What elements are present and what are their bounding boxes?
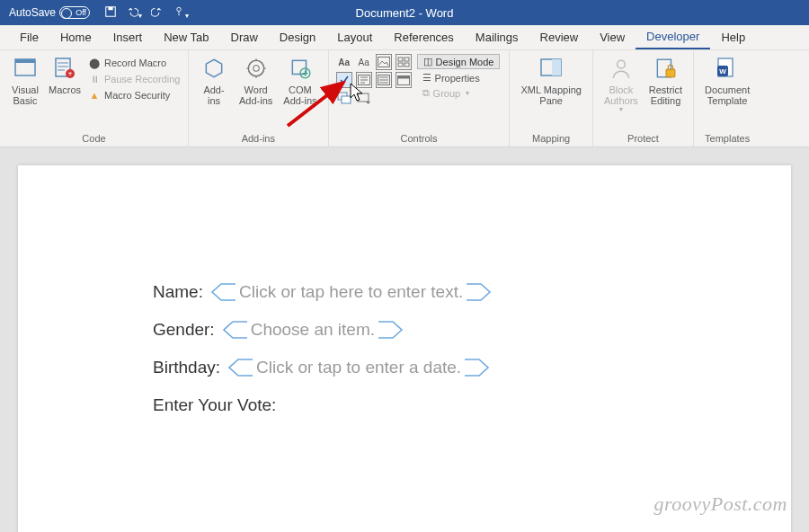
tab-help[interactable]: Help	[710, 26, 756, 49]
group-templates-label: Templates	[699, 131, 755, 146]
bracket-open-icon	[220, 320, 251, 340]
rich-text-control-icon[interactable]: Aa	[336, 54, 352, 70]
vote-label: Enter Your Vote:	[153, 395, 276, 415]
save-icon[interactable]	[104, 5, 117, 21]
repeating-section-control-icon[interactable]	[336, 90, 352, 106]
combo-box-control-icon[interactable]	[356, 72, 372, 88]
com-addins-button[interactable]: COM Add-ins	[278, 52, 322, 108]
svg-point-8	[253, 66, 259, 72]
block-authors-icon	[607, 54, 636, 83]
svg-rect-19	[397, 76, 409, 79]
word-addins-button[interactable]: Word Add-ins	[234, 52, 278, 108]
svg-rect-14	[398, 63, 403, 66]
document-template-icon: W	[713, 54, 742, 83]
tab-newtab[interactable]: New Tab	[153, 26, 219, 49]
tab-design[interactable]: Design	[269, 26, 326, 49]
group-mapping: XML Mapping Pane Mapping	[510, 50, 592, 146]
field-name: Name: Click or tap here to enter text.	[153, 282, 656, 302]
xml-mapping-button[interactable]: XML Mapping Pane	[515, 52, 586, 108]
warning-icon: ▲	[88, 89, 101, 102]
gender-content-control[interactable]: Choose an item.	[220, 320, 405, 340]
touch-mode-icon[interactable]: ▾	[173, 5, 189, 21]
svg-point-2	[177, 7, 181, 11]
svg-rect-24	[552, 59, 561, 75]
macros-icon	[50, 54, 79, 83]
properties-icon: ☰	[422, 72, 431, 84]
record-icon: ⬤	[88, 57, 101, 69]
bracket-open-icon	[209, 282, 239, 302]
birthday-label: Birthday:	[153, 358, 220, 377]
autosave-switch[interactable]: Off	[59, 6, 90, 19]
group-templates: W Document Template Templates	[694, 50, 760, 146]
tab-mailings[interactable]: Mailings	[465, 26, 529, 49]
plain-text-control-icon[interactable]: Aa	[356, 54, 372, 70]
group-controls-label: Controls	[334, 131, 504, 146]
svg-rect-1	[108, 6, 112, 10]
properties-button[interactable]: ☰Properties	[417, 71, 501, 84]
addins-button[interactable]: Add- ins	[194, 52, 234, 108]
legacy-tools-icon[interactable]	[356, 90, 372, 106]
restrict-editing-icon	[651, 54, 680, 83]
field-vote: Enter Your Vote:	[153, 395, 656, 415]
block-authors-button: Block Authors▾	[599, 52, 644, 116]
document-area: Name: Click or tap here to enter text. G…	[0, 147, 809, 532]
record-macro-button[interactable]: ⬤Record Macro	[84, 56, 183, 70]
restrict-editing-button[interactable]: Restrict Editing	[644, 52, 688, 108]
tab-review[interactable]: Review	[529, 26, 590, 49]
com-addins-icon	[286, 54, 315, 83]
date-picker-control-icon[interactable]	[396, 72, 412, 88]
group-controls: Aa Aa ◫Design Mode ☰Propert	[329, 50, 511, 146]
name-content-control[interactable]: Click or tap here to enter text.	[209, 282, 493, 302]
document-page[interactable]: Name: Click or tap here to enter text. G…	[18, 165, 791, 532]
tab-developer[interactable]: Developer	[636, 25, 710, 49]
svg-point-25	[618, 60, 626, 68]
tab-insert[interactable]: Insert	[102, 26, 154, 49]
name-placeholder: Click or tap here to enter text.	[239, 282, 463, 302]
svg-rect-12	[398, 58, 403, 61]
document-template-button[interactable]: W Document Template	[699, 52, 755, 108]
gender-label: Gender:	[153, 320, 215, 340]
visual-basic-button[interactable]: Visual Basic	[5, 52, 45, 108]
svg-rect-9	[292, 60, 306, 74]
building-block-control-icon[interactable]	[396, 54, 412, 70]
document-title: Document2 - Word	[356, 6, 454, 20]
birthday-placeholder: Click or tap to enter a date.	[256, 358, 461, 377]
tab-file[interactable]: File	[9, 26, 49, 49]
dropdown-list-control-icon[interactable]	[376, 72, 392, 88]
bracket-close-icon	[463, 282, 493, 302]
svg-text:W: W	[719, 67, 726, 75]
checkbox-control-icon[interactable]	[336, 72, 352, 88]
quick-access-toolbar: ▾ ▾	[104, 5, 189, 21]
tab-references[interactable]: References	[383, 26, 464, 49]
autosave-label: AutoSave	[9, 6, 56, 19]
birthday-content-control[interactable]: Click or tap to enter a date.	[226, 358, 492, 377]
gender-placeholder: Choose an item.	[251, 320, 375, 340]
watermark: groovyPost.com	[653, 492, 787, 516]
design-mode-button[interactable]: ◫Design Mode	[417, 54, 501, 69]
autosave-toggle[interactable]: AutoSave Off	[5, 6, 93, 19]
svg-rect-27	[667, 69, 676, 77]
ribbon: Visual Basic Macros ⬤Record Macro ⏸Pause…	[0, 50, 809, 147]
macro-security-button[interactable]: ▲Macro Security	[84, 88, 183, 102]
group-code-label: Code	[5, 131, 182, 146]
group-addins: Add- ins Word Add-ins COM Add-ins Add-in…	[189, 50, 329, 146]
undo-icon[interactable]: ▾	[126, 5, 142, 21]
redo-icon[interactable]	[151, 5, 164, 21]
svg-rect-13	[404, 58, 409, 61]
pause-recording-button: ⏸Pause Recording	[84, 72, 183, 86]
tab-view[interactable]: View	[589, 26, 636, 49]
tab-layout[interactable]: Layout	[326, 26, 383, 49]
field-birthday: Birthday: Click or tap to enter a date.	[153, 358, 656, 377]
visual-basic-icon	[11, 54, 40, 83]
macros-button[interactable]: Macros	[45, 52, 84, 97]
tab-home[interactable]: Home	[49, 26, 102, 49]
tab-draw[interactable]: Draw	[220, 26, 269, 49]
bracket-open-icon	[226, 358, 256, 377]
group-addins-label: Add-ins	[194, 131, 323, 146]
title-bar: AutoSave Off ▾ ▾ Document2 - Word	[0, 0, 809, 25]
svg-rect-21	[342, 96, 351, 103]
addins-icon	[200, 54, 228, 83]
name-label: Name:	[153, 282, 203, 302]
picture-control-icon[interactable]	[376, 54, 392, 70]
svg-rect-15	[404, 63, 409, 66]
